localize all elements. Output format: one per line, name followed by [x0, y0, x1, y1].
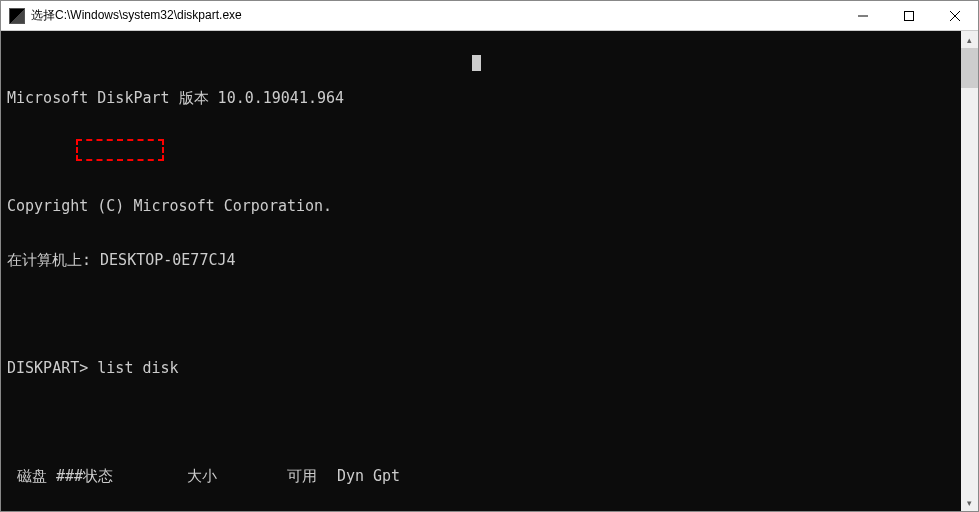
prompt-line-1: DISKPART> list disk	[7, 359, 955, 377]
command-text: list disk	[97, 359, 178, 377]
window-titlebar: 选择C:\Windows\system32\diskpart.exe	[1, 1, 978, 31]
text-cursor	[472, 55, 481, 71]
window-title: 选择C:\Windows\system32\diskpart.exe	[31, 7, 242, 24]
copyright-line: Copyright (C) Microsoft Corporation.	[7, 197, 955, 215]
computer-line: 在计算机上: DESKTOP-0E77CJ4	[7, 251, 955, 269]
col-gpt: Gpt	[373, 467, 413, 485]
maximize-button[interactable]	[886, 1, 932, 31]
col-dyn: Dyn	[327, 467, 373, 485]
scroll-down-arrow-icon[interactable]: ▾	[961, 494, 978, 511]
table-header-row: 磁盘 ### 状态 大小 可用 Dyn Gpt	[7, 467, 955, 485]
version-line: Microsoft DiskPart 版本 10.0.19041.964	[7, 89, 955, 107]
prompt-text: DISKPART>	[7, 359, 88, 377]
vertical-scrollbar[interactable]: ▴ ▾	[961, 31, 978, 511]
scroll-up-arrow-icon[interactable]: ▴	[961, 31, 978, 48]
terminal-output[interactable]: Microsoft DiskPart 版本 10.0.19041.964 Cop…	[1, 31, 961, 511]
scroll-thumb[interactable]	[961, 48, 978, 88]
col-status: 状态	[83, 467, 187, 485]
close-button[interactable]	[932, 1, 978, 31]
col-size: 大小	[187, 467, 267, 485]
svg-rect-1	[905, 11, 914, 20]
col-disk-num: 磁盘 ###	[7, 467, 83, 485]
minimize-button[interactable]	[840, 1, 886, 31]
app-icon	[9, 8, 25, 24]
col-free: 可用	[267, 467, 327, 485]
